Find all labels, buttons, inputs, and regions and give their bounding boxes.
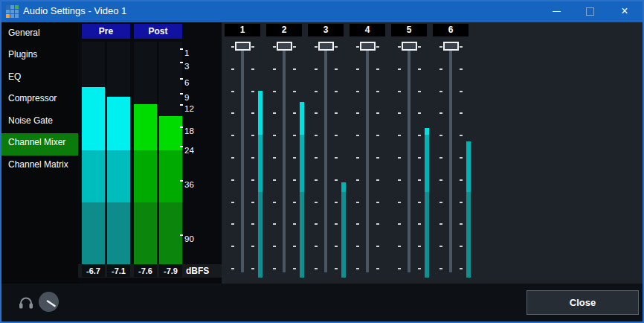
- titlebar[interactable]: Audio Settings - Video 1 ×: [0, 0, 644, 22]
- audio-settings-window: Audio Settings - Video 1 × GeneralPlugin…: [0, 0, 644, 323]
- maximize-button: [573, 0, 607, 22]
- slider-tick: [460, 46, 463, 48]
- slider-tick: [398, 46, 401, 48]
- close-window-button[interactable]: ×: [607, 0, 643, 22]
- channel-meter-fill-low: [341, 192, 346, 278]
- slider-tick: [273, 268, 276, 269]
- channel-meter-fill-bright: [425, 128, 429, 135]
- slider-tick: [418, 179, 421, 181]
- slider-tick: [460, 91, 463, 92]
- slider-tick: [251, 135, 254, 136]
- volume-slider-track-1[interactable]: [241, 42, 244, 272]
- slider-tick: [460, 112, 463, 114]
- channel-meter-fill-mid: [425, 135, 429, 192]
- slider-tick: [335, 223, 338, 225]
- post-meter-column: [134, 42, 157, 264]
- slider-tick: [273, 68, 276, 70]
- volume-slider-track-4[interactable]: [366, 42, 369, 272]
- dbfs-unit-label: dBFS: [186, 265, 209, 277]
- slider-tick: [460, 135, 463, 136]
- channel-number-6: 6: [433, 24, 468, 36]
- slider-tick: [460, 246, 463, 247]
- scale-tick-label: 24: [184, 145, 194, 156]
- sidebar-item-plugins[interactable]: Plugins: [1, 45, 78, 68]
- volume-slider-track-2[interactable]: [283, 42, 286, 272]
- slider-tick: [439, 135, 442, 136]
- volume-slider-track-6[interactable]: [449, 42, 452, 272]
- slider-tick: [293, 46, 296, 48]
- slider-tick: [398, 179, 401, 181]
- pre-meter-column: [107, 42, 130, 264]
- slider-tick: [418, 112, 421, 114]
- slider-tick: [376, 157, 379, 159]
- app-logo-icon: [6, 5, 19, 18]
- volume-slider-handle-5[interactable]: [402, 42, 417, 51]
- headphones-icon[interactable]: [19, 296, 33, 309]
- slider-tick: [293, 268, 296, 269]
- sidebar-item-channel-matrix[interactable]: Channel Matrix: [1, 156, 78, 178]
- slider-tick: [439, 268, 442, 269]
- scale-tick-label: 6: [184, 77, 189, 88]
- minimize-button[interactable]: [540, 0, 573, 22]
- channel-number-4: 4: [350, 24, 385, 36]
- slider-tick: [376, 179, 379, 181]
- volume-slider-handle-2[interactable]: [277, 42, 292, 51]
- volume-slider-track-5[interactable]: [408, 42, 410, 272]
- slider-tick: [418, 135, 421, 136]
- volume-slider-track-3[interactable]: [324, 42, 327, 272]
- slider-tick: [439, 246, 442, 247]
- slider-tick: [356, 179, 359, 181]
- slider-tick: [439, 179, 442, 181]
- monitor-volume-knob[interactable]: [39, 292, 59, 312]
- sidebar-item-noise-gate[interactable]: Noise Gate: [1, 112, 78, 134]
- slider-tick: [273, 135, 276, 136]
- slider-tick: [251, 91, 254, 92]
- app-logo-tile: [15, 14, 19, 18]
- channel-meter-fill-low: [258, 192, 263, 278]
- slider-tick: [439, 202, 442, 203]
- slider-tick: [315, 46, 318, 48]
- channel-meter-fill-bright: [258, 91, 263, 135]
- slider-tick: [439, 157, 442, 159]
- volume-slider-handle-4[interactable]: [360, 42, 376, 51]
- scale-tick-label: 9: [184, 92, 189, 103]
- slider-tick: [251, 112, 254, 114]
- slider-tick: [251, 179, 254, 181]
- sidebar-item-channel-mixer[interactable]: Channel Mixer: [1, 133, 78, 156]
- channel-meter-fill-mid: [300, 135, 304, 192]
- sidebar-item-compressor[interactable]: Compressor: [1, 89, 78, 112]
- slider-tick: [460, 68, 463, 70]
- slider-tick: [251, 46, 254, 48]
- slider-tick: [251, 68, 254, 70]
- settings-sidebar: GeneralPluginsEQCompressorNoise GateChan…: [1, 22, 78, 284]
- slider-tick: [460, 179, 463, 181]
- volume-slider-handle-6[interactable]: [443, 42, 459, 51]
- sidebar-item-eq[interactable]: EQ: [1, 68, 78, 90]
- app-logo-tile: [15, 10, 19, 13]
- close-button[interactable]: Close: [527, 290, 639, 315]
- meter-fill-bright: [159, 116, 182, 150]
- app-logo-tile: [10, 10, 14, 13]
- volume-slider-handle-1[interactable]: [235, 42, 251, 51]
- slider-tick: [439, 68, 442, 70]
- slider-tick: [460, 268, 463, 269]
- slider-tick: [335, 157, 338, 159]
- slider-tick: [315, 91, 318, 92]
- slider-tick: [231, 223, 234, 225]
- slider-tick: [398, 157, 401, 159]
- scale-tick-label: 18: [184, 126, 194, 136]
- meter-fill-low: [82, 202, 105, 264]
- slider-tick: [398, 135, 401, 136]
- slider-tick: [231, 246, 234, 247]
- slider-tick: [293, 135, 296, 136]
- slider-tick: [376, 268, 379, 269]
- slider-tick: [356, 157, 359, 159]
- slider-tick: [398, 246, 401, 247]
- slider-tick: [335, 179, 338, 181]
- slider-tick: [439, 91, 442, 92]
- slider-tick: [273, 91, 276, 92]
- sidebar-item-general[interactable]: General: [1, 24, 78, 46]
- slider-tick: [273, 223, 276, 225]
- channel-meter-fill-low: [466, 192, 471, 278]
- volume-slider-handle-3[interactable]: [318, 42, 334, 51]
